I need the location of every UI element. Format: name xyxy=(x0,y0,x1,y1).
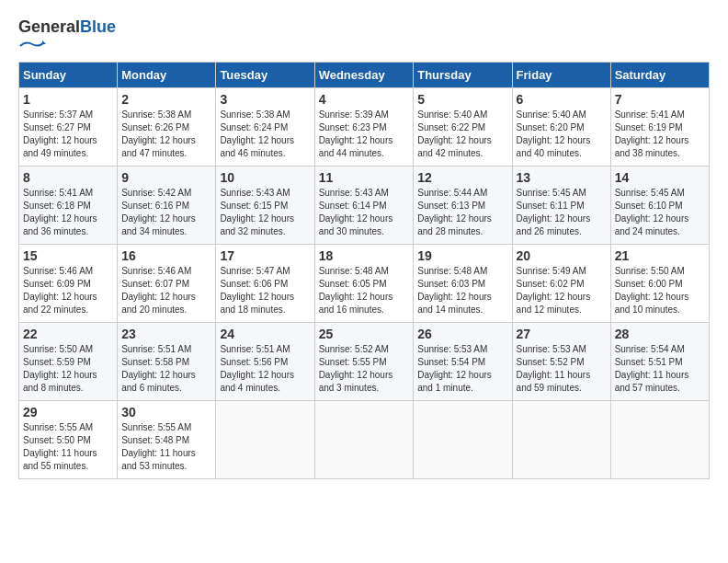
logo: GeneralBlue xyxy=(18,18,116,52)
day-info: Sunrise: 5:51 AM Sunset: 5:56 PM Dayligh… xyxy=(220,343,310,395)
day-info: Sunrise: 5:44 AM Sunset: 6:13 PM Dayligh… xyxy=(417,187,507,238)
calendar-day-cell: 22Sunrise: 5:50 AM Sunset: 5:59 PM Dayli… xyxy=(19,323,118,401)
day-info: Sunrise: 5:53 AM Sunset: 5:54 PM Dayligh… xyxy=(417,343,507,395)
day-info: Sunrise: 5:50 AM Sunset: 5:59 PM Dayligh… xyxy=(23,343,113,395)
calendar-day-cell xyxy=(216,401,314,479)
day-info: Sunrise: 5:46 AM Sunset: 6:09 PM Dayligh… xyxy=(23,265,113,316)
calendar-day-cell: 8Sunrise: 5:41 AM Sunset: 6:18 PM Daylig… xyxy=(19,167,118,245)
day-info: Sunrise: 5:38 AM Sunset: 6:26 PM Dayligh… xyxy=(121,109,211,160)
calendar-day-cell: 23Sunrise: 5:51 AM Sunset: 5:58 PM Dayli… xyxy=(118,323,216,401)
day-number: 9 xyxy=(121,170,211,185)
day-info: Sunrise: 5:40 AM Sunset: 6:22 PM Dayligh… xyxy=(417,109,507,160)
day-info: Sunrise: 5:46 AM Sunset: 6:07 PM Dayligh… xyxy=(121,265,211,316)
day-info: Sunrise: 5:48 AM Sunset: 6:03 PM Dayligh… xyxy=(417,265,507,316)
calendar-day-cell: 10Sunrise: 5:43 AM Sunset: 6:15 PM Dayli… xyxy=(216,167,314,245)
calendar-col-header: Saturday xyxy=(610,63,709,88)
day-info: Sunrise: 5:38 AM Sunset: 6:24 PM Dayligh… xyxy=(220,109,310,160)
day-number: 29 xyxy=(23,405,113,419)
page-header: GeneralBlue xyxy=(18,18,710,52)
day-info: Sunrise: 5:55 AM Sunset: 5:50 PM Dayligh… xyxy=(23,421,113,473)
calendar-col-header: Monday xyxy=(118,63,216,88)
day-info: Sunrise: 5:47 AM Sunset: 6:06 PM Dayligh… xyxy=(220,265,310,316)
calendar-table: SundayMondayTuesdayWednesdayThursdayFrid… xyxy=(18,62,710,479)
calendar-day-cell: 28Sunrise: 5:54 AM Sunset: 5:51 PM Dayli… xyxy=(610,323,709,401)
day-info: Sunrise: 5:48 AM Sunset: 6:05 PM Dayligh… xyxy=(319,265,410,316)
calendar-day-cell: 7Sunrise: 5:41 AM Sunset: 6:19 PM Daylig… xyxy=(610,88,709,167)
calendar-col-header: Sunday xyxy=(19,63,118,88)
calendar-col-header: Friday xyxy=(512,63,610,88)
calendar-day-cell: 21Sunrise: 5:50 AM Sunset: 6:00 PM Dayli… xyxy=(610,245,709,323)
calendar-day-cell: 19Sunrise: 5:48 AM Sunset: 6:03 PM Dayli… xyxy=(414,245,512,323)
calendar-day-cell xyxy=(314,401,414,479)
calendar-day-cell: 1Sunrise: 5:37 AM Sunset: 6:27 PM Daylig… xyxy=(19,88,118,167)
day-number: 20 xyxy=(517,248,607,263)
day-info: Sunrise: 5:54 AM Sunset: 5:51 PM Dayligh… xyxy=(615,343,705,395)
day-number: 3 xyxy=(220,92,310,107)
day-info: Sunrise: 5:49 AM Sunset: 6:02 PM Dayligh… xyxy=(517,265,607,316)
day-number: 2 xyxy=(121,92,211,107)
calendar-week-row: 29Sunrise: 5:55 AM Sunset: 5:50 PM Dayli… xyxy=(19,401,710,479)
day-info: Sunrise: 5:53 AM Sunset: 5:52 PM Dayligh… xyxy=(517,343,607,395)
calendar-col-header: Wednesday xyxy=(314,63,414,88)
day-info: Sunrise: 5:43 AM Sunset: 6:14 PM Dayligh… xyxy=(319,187,410,238)
calendar-day-cell: 17Sunrise: 5:47 AM Sunset: 6:06 PM Dayli… xyxy=(216,245,314,323)
logo-text: GeneralBlue xyxy=(18,18,116,52)
calendar-day-cell: 12Sunrise: 5:44 AM Sunset: 6:13 PM Dayli… xyxy=(414,167,512,245)
calendar-day-cell: 16Sunrise: 5:46 AM Sunset: 6:07 PM Dayli… xyxy=(118,245,216,323)
day-info: Sunrise: 5:45 AM Sunset: 6:11 PM Dayligh… xyxy=(517,187,607,238)
logo-wave-icon xyxy=(18,39,46,50)
day-info: Sunrise: 5:52 AM Sunset: 5:55 PM Dayligh… xyxy=(319,343,410,395)
day-info: Sunrise: 5:37 AM Sunset: 6:27 PM Dayligh… xyxy=(23,109,113,160)
day-number: 24 xyxy=(220,327,310,341)
day-number: 19 xyxy=(417,248,507,263)
calendar-day-cell: 15Sunrise: 5:46 AM Sunset: 6:09 PM Dayli… xyxy=(19,245,118,323)
calendar-day-cell: 6Sunrise: 5:40 AM Sunset: 6:20 PM Daylig… xyxy=(512,88,610,167)
calendar-col-header: Tuesday xyxy=(216,63,314,88)
svg-marker-0 xyxy=(42,40,46,44)
calendar-day-cell: 2Sunrise: 5:38 AM Sunset: 6:26 PM Daylig… xyxy=(118,88,216,167)
calendar-day-cell: 18Sunrise: 5:48 AM Sunset: 6:05 PM Dayli… xyxy=(314,245,414,323)
day-number: 5 xyxy=(417,92,507,107)
calendar-day-cell: 30Sunrise: 5:55 AM Sunset: 5:48 PM Dayli… xyxy=(118,401,216,479)
day-info: Sunrise: 5:43 AM Sunset: 6:15 PM Dayligh… xyxy=(220,187,310,238)
calendar-day-cell: 24Sunrise: 5:51 AM Sunset: 5:56 PM Dayli… xyxy=(216,323,314,401)
day-number: 22 xyxy=(23,327,113,341)
calendar-day-cell: 5Sunrise: 5:40 AM Sunset: 6:22 PM Daylig… xyxy=(414,88,512,167)
day-number: 12 xyxy=(417,170,507,185)
day-number: 13 xyxy=(517,170,607,185)
calendar-day-cell: 26Sunrise: 5:53 AM Sunset: 5:54 PM Dayli… xyxy=(414,323,512,401)
day-number: 25 xyxy=(319,327,410,341)
day-number: 14 xyxy=(615,170,705,185)
calendar-day-cell xyxy=(414,401,512,479)
calendar-day-cell: 20Sunrise: 5:49 AM Sunset: 6:02 PM Dayli… xyxy=(512,245,610,323)
day-info: Sunrise: 5:41 AM Sunset: 6:19 PM Dayligh… xyxy=(615,109,705,160)
day-number: 18 xyxy=(319,248,410,263)
day-number: 27 xyxy=(517,327,607,341)
day-number: 28 xyxy=(615,327,705,341)
calendar-day-cell: 27Sunrise: 5:53 AM Sunset: 5:52 PM Dayli… xyxy=(512,323,610,401)
day-info: Sunrise: 5:41 AM Sunset: 6:18 PM Dayligh… xyxy=(23,187,113,238)
calendar-day-cell: 14Sunrise: 5:45 AM Sunset: 6:10 PM Dayli… xyxy=(610,167,709,245)
day-number: 7 xyxy=(615,92,705,107)
calendar-day-cell: 3Sunrise: 5:38 AM Sunset: 6:24 PM Daylig… xyxy=(216,88,314,167)
day-number: 16 xyxy=(121,248,211,263)
day-info: Sunrise: 5:55 AM Sunset: 5:48 PM Dayligh… xyxy=(121,421,211,473)
calendar-week-row: 22Sunrise: 5:50 AM Sunset: 5:59 PM Dayli… xyxy=(19,323,710,401)
day-info: Sunrise: 5:45 AM Sunset: 6:10 PM Dayligh… xyxy=(615,187,705,238)
calendar-day-cell: 13Sunrise: 5:45 AM Sunset: 6:11 PM Dayli… xyxy=(512,167,610,245)
day-info: Sunrise: 5:40 AM Sunset: 6:20 PM Dayligh… xyxy=(517,109,607,160)
day-info: Sunrise: 5:50 AM Sunset: 6:00 PM Dayligh… xyxy=(615,265,705,316)
day-number: 6 xyxy=(517,92,607,107)
day-number: 17 xyxy=(220,248,310,263)
calendar-day-cell: 4Sunrise: 5:39 AM Sunset: 6:23 PM Daylig… xyxy=(314,88,414,167)
day-number: 30 xyxy=(121,405,211,419)
calendar-col-header: Thursday xyxy=(414,63,512,88)
calendar-day-cell xyxy=(512,401,610,479)
day-info: Sunrise: 5:51 AM Sunset: 5:58 PM Dayligh… xyxy=(121,343,211,395)
day-number: 15 xyxy=(23,248,113,263)
calendar-day-cell: 29Sunrise: 5:55 AM Sunset: 5:50 PM Dayli… xyxy=(19,401,118,479)
calendar-week-row: 1Sunrise: 5:37 AM Sunset: 6:27 PM Daylig… xyxy=(19,88,710,167)
day-number: 21 xyxy=(615,248,705,263)
calendar-day-cell: 11Sunrise: 5:43 AM Sunset: 6:14 PM Dayli… xyxy=(314,167,414,245)
calendar-day-cell: 25Sunrise: 5:52 AM Sunset: 5:55 PM Dayli… xyxy=(314,323,414,401)
